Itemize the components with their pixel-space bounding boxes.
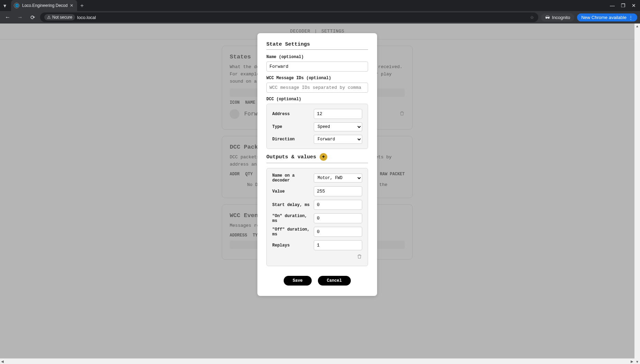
wcc-ids-input[interactable]: [266, 83, 368, 93]
tabs-dropdown-icon[interactable]: ▾: [0, 2, 10, 9]
scroll-down-icon[interactable]: ▼: [636, 359, 639, 364]
out-replays-label: Replays: [272, 243, 314, 248]
outputs-title-text: Outputs & values: [266, 154, 316, 160]
url-text: loco.local: [77, 15, 96, 20]
out-off-input[interactable]: [314, 227, 362, 237]
new-tab-button[interactable]: ＋: [77, 0, 87, 11]
close-icon[interactable]: ✕: [69, 3, 74, 8]
cancel-button[interactable]: Cancel: [318, 276, 351, 286]
scroll-left-icon[interactable]: ◀: [0, 360, 5, 363]
add-output-button[interactable]: +: [320, 153, 327, 161]
warning-icon: ⚠: [47, 15, 51, 20]
output-subpanel: Name on a decoder Motor, FWD Value Start…: [266, 168, 368, 266]
dcc-direction-label: Direction: [272, 137, 314, 142]
security-chip[interactable]: ⚠ Not secure: [44, 14, 75, 20]
viewport: DECODER | SETTINGS States What the decod…: [0, 24, 640, 364]
browser-titlebar: ▾ 🌐 Loco.Engineering Decod ✕ ＋ — ❐ ✕: [0, 0, 640, 11]
update-chrome-button[interactable]: New Chrome available ⋮: [577, 13, 637, 21]
browser-toolbar: ← → ⟳ ⚠ Not secure loco.local ☆ 🕶 Incogn…: [0, 11, 640, 24]
dcc-subpanel: Address Type Speed Direction Forward: [266, 104, 368, 149]
trash-icon: [357, 254, 362, 259]
maximize-icon[interactable]: ❐: [621, 3, 625, 8]
window-controls: — ❐ ✕: [610, 3, 640, 8]
address-bar[interactable]: ⚠ Not secure loco.local ☆: [40, 12, 538, 22]
incognito-icon: 🕶: [545, 15, 550, 20]
horizontal-scrollbar[interactable]: ◀ ▶: [0, 358, 634, 364]
out-on-label: "On" duration, ms: [272, 214, 314, 223]
out-name-label: Name on a decoder: [272, 173, 314, 183]
minimize-icon[interactable]: —: [610, 3, 615, 8]
out-replays-input[interactable]: [314, 240, 362, 250]
out-start-input[interactable]: [314, 200, 362, 210]
browser-tab[interactable]: 🌐 Loco.Engineering Decod ✕: [11, 0, 77, 11]
page-content: DECODER | SETTINGS States What the decod…: [0, 24, 634, 358]
dcc-type-select[interactable]: Speed: [314, 122, 362, 131]
outputs-title: Outputs & values +: [266, 153, 368, 163]
update-label: New Chrome available: [581, 15, 627, 20]
tab-title: Loco.Engineering Decod: [22, 3, 67, 8]
window-close-icon[interactable]: ✕: [632, 3, 636, 8]
out-value-label: Value: [272, 189, 314, 194]
out-value-input[interactable]: [314, 186, 362, 196]
save-button[interactable]: Save: [284, 276, 312, 286]
back-button[interactable]: ←: [3, 12, 12, 22]
out-on-input[interactable]: [314, 213, 362, 223]
out-off-label: "Off" duration, ms: [272, 227, 314, 237]
modal-title: State Settings: [266, 41, 368, 50]
scroll-up-icon[interactable]: ▲: [636, 24, 639, 28]
name-input[interactable]: [266, 62, 368, 72]
scroll-right-icon[interactable]: ▶: [630, 360, 634, 363]
security-label: Not secure: [52, 15, 72, 20]
out-name-select[interactable]: Motor, FWD: [314, 174, 362, 183]
out-start-label: Start delay, ms: [272, 203, 314, 207]
delete-output-button[interactable]: [357, 254, 362, 261]
more-icon: ⋮: [629, 15, 633, 20]
incognito-indicator[interactable]: 🕶 Incognito: [541, 13, 574, 21]
bookmark-star-icon[interactable]: ☆: [530, 15, 534, 20]
dcc-address-label: Address: [272, 112, 314, 116]
dcc-address-input[interactable]: [314, 109, 362, 119]
dcc-section-label: DCC (optional): [266, 97, 368, 102]
dcc-type-label: Type: [272, 124, 314, 129]
incognito-label: Incognito: [552, 15, 570, 20]
dcc-direction-select[interactable]: Forward: [314, 135, 362, 144]
globe-icon: 🌐: [14, 3, 19, 8]
name-label: Name (optional): [266, 55, 368, 59]
state-settings-modal: State Settings Name (optional) WCC Messa…: [257, 33, 377, 296]
forward-button[interactable]: →: [15, 12, 25, 22]
reload-button[interactable]: ⟳: [28, 12, 37, 22]
wcc-ids-label: WCC Message IDs (optional): [266, 76, 368, 81]
vertical-scrollbar[interactable]: ▲ ▼: [634, 24, 640, 364]
